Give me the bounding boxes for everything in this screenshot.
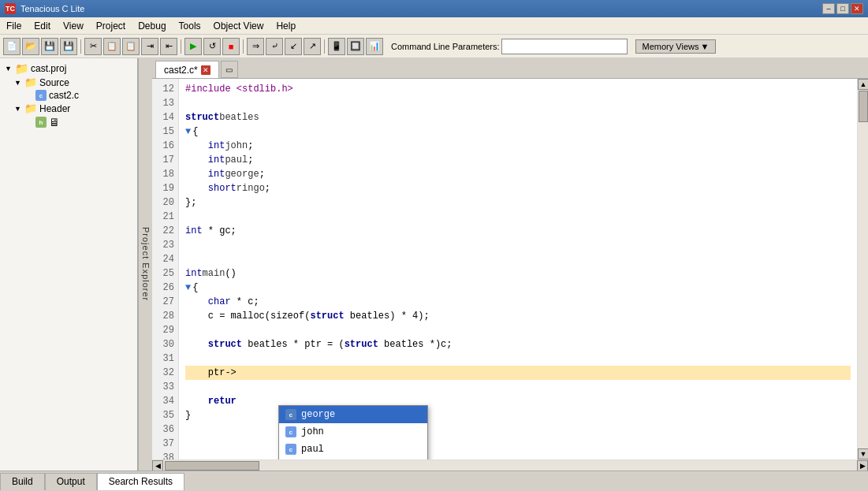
tree-item-source[interactable]: ▼ 📁 Source bbox=[3, 76, 134, 89]
memory-views-button[interactable]: Memory Views ▼ bbox=[635, 39, 717, 54]
run-button[interactable]: ▶ bbox=[184, 38, 202, 55]
vertical-scrollbar[interactable]: ▲ ▼ bbox=[857, 79, 868, 459]
save-all-button[interactable]: 💾 bbox=[60, 38, 77, 55]
code-line-16: int john; bbox=[185, 139, 851, 153]
toolbar-sep-4 bbox=[324, 39, 325, 54]
unindent-button[interactable]: ⇤ bbox=[160, 38, 177, 55]
cmd-input[interactable] bbox=[501, 39, 628, 54]
step-btn3[interactable]: ↙ bbox=[285, 38, 302, 55]
tab-search-results[interactable]: Search Results bbox=[97, 473, 184, 490]
ac-label-george: george bbox=[301, 409, 335, 420]
mem-btn1[interactable]: 📱 bbox=[328, 38, 345, 55]
code-line-32: ptr-> bbox=[185, 366, 851, 380]
tree-item-cast2c[interactable]: c cast2.c bbox=[3, 89, 134, 102]
h-scroll-left-button[interactable]: ◀ bbox=[152, 460, 163, 471]
toolbar: 📄 📂 💾 💾 ✂ 📋 📋 ⇥ ⇤ ▶ ↺ ■ ⇒ ⤶ ↙ ↗ 📱 🔲 📊 Co… bbox=[0, 35, 868, 58]
c-file-icon: c bbox=[35, 90, 47, 101]
ac-item-john[interactable]: c john bbox=[279, 423, 427, 441]
menu-file[interactable]: File bbox=[0, 17, 28, 34]
code-content[interactable]: #include <stdlib.h> struct beatles ▼{ in… bbox=[179, 79, 857, 459]
menu-edit[interactable]: Edit bbox=[28, 17, 57, 34]
code-line-24 bbox=[185, 252, 851, 266]
scroll-up-button[interactable]: ▲ bbox=[858, 79, 868, 90]
source-label: Source bbox=[39, 77, 69, 88]
h-file-icon: h bbox=[35, 117, 47, 128]
code-line-30: struct beatles * ptr = (struct beatles *… bbox=[185, 337, 851, 352]
cut-button[interactable]: ✂ bbox=[84, 38, 102, 55]
cmd-label: Command Line Parameters: bbox=[391, 42, 500, 51]
indent-button[interactable]: ⇥ bbox=[141, 38, 158, 55]
reload-button[interactable]: ↺ bbox=[203, 38, 221, 55]
tab-build[interactable]: Build bbox=[0, 473, 45, 490]
close-button[interactable]: ✕ bbox=[851, 3, 863, 14]
ac-label-john: john bbox=[301, 426, 324, 437]
minimize-button[interactable]: – bbox=[822, 3, 835, 14]
new-button[interactable]: 📄 bbox=[3, 38, 20, 55]
code-line-20: }; bbox=[185, 195, 851, 210]
code-editor[interactable]: 12 13 14 15 16 17 18 19 20 21 22 23 24 2… bbox=[152, 79, 868, 459]
ac-label-paul: paul bbox=[301, 444, 324, 455]
title-bar-text: Tenacious C Lite bbox=[20, 4, 818, 13]
mem-btn3[interactable]: 📊 bbox=[366, 38, 383, 55]
menu-help[interactable]: Help bbox=[270, 17, 302, 34]
tree-item-hfile[interactable]: h 🖥 bbox=[3, 115, 134, 129]
menu-object-view[interactable]: Object View bbox=[207, 17, 270, 34]
main-area: ▼ 📁 cast.proj ▼ 📁 Source c cast2.c ▼ 📁 H… bbox=[0, 58, 868, 471]
mem-btn2[interactable]: 🔲 bbox=[347, 38, 364, 55]
tab-label: cast2.c* bbox=[164, 65, 198, 76]
scroll-down-button[interactable]: ▼ bbox=[858, 448, 868, 459]
new-tab-button[interactable]: ▭ bbox=[221, 61, 238, 78]
save-button[interactable]: 💾 bbox=[41, 38, 58, 55]
scroll-thumb[interactable] bbox=[859, 91, 868, 122]
copy-button[interactable]: 📋 bbox=[103, 38, 121, 55]
code-line-15: ▼{ bbox=[185, 125, 851, 139]
stop-button[interactable]: ■ bbox=[222, 38, 240, 55]
project-explorer: ▼ 📁 cast.proj ▼ 📁 Source c cast2.c ▼ 📁 H… bbox=[0, 58, 137, 471]
scroll-track[interactable] bbox=[858, 90, 868, 448]
code-line-17: int paul; bbox=[185, 153, 851, 167]
code-line-27: char * c; bbox=[185, 295, 851, 309]
code-line-23 bbox=[185, 238, 851, 252]
menu-view[interactable]: View bbox=[57, 17, 90, 34]
tree-item-project[interactable]: ▼ 📁 cast.proj bbox=[3, 61, 134, 76]
toolbar-sep-3 bbox=[243, 39, 244, 54]
title-bar: TC Tenacious C Lite – □ ✕ bbox=[0, 0, 868, 17]
tab-output[interactable]: Output bbox=[45, 473, 97, 490]
code-line-28: c = malloc(sizeof(struct beatles) * 4); bbox=[185, 309, 851, 323]
ac-item-paul[interactable]: c paul bbox=[279, 441, 427, 458]
ac-icon-john: c bbox=[285, 426, 296, 437]
h-scroll-thumb[interactable] bbox=[165, 461, 259, 471]
cast2c-label: cast2.c bbox=[49, 90, 79, 101]
code-line-19: short ringo; bbox=[185, 181, 851, 195]
h-scroll-track[interactable] bbox=[163, 460, 857, 471]
maximize-button[interactable]: □ bbox=[836, 3, 849, 14]
paste-button[interactable]: 📋 bbox=[122, 38, 140, 55]
code-line-29 bbox=[185, 323, 851, 337]
code-line-21 bbox=[185, 210, 851, 224]
h-scroll-right-button[interactable]: ▶ bbox=[857, 460, 868, 471]
autocomplete-dropdown[interactable]: c george c john c paul c ringo bbox=[278, 405, 428, 459]
step-btn4[interactable]: ↗ bbox=[304, 38, 321, 55]
menu-tools[interactable]: Tools bbox=[173, 17, 207, 34]
code-line-31 bbox=[185, 352, 851, 366]
code-line-13 bbox=[185, 96, 851, 110]
toolbar-sep-2 bbox=[181, 39, 181, 54]
open-button[interactable]: 📂 bbox=[22, 38, 39, 55]
step-btn2[interactable]: ⤶ bbox=[266, 38, 283, 55]
tree-item-header[interactable]: ▼ 📁 Header bbox=[3, 102, 134, 115]
tab-bar: cast2.c* ✕ ▭ bbox=[152, 58, 868, 79]
horizontal-scrollbar[interactable]: ◀ ▶ bbox=[152, 459, 868, 471]
ac-item-george[interactable]: c george bbox=[279, 406, 427, 423]
line-numbers: 12 13 14 15 16 17 18 19 20 21 22 23 24 2… bbox=[152, 79, 179, 459]
menu-debug[interactable]: Debug bbox=[132, 17, 172, 34]
tab-cast2c[interactable]: cast2.c* ✕ bbox=[155, 61, 219, 78]
menu-bar: File Edit View Project Debug Tools Objec… bbox=[0, 17, 868, 35]
bottom-panel: Build Output Search Results bbox=[0, 471, 868, 491]
step-btn1[interactable]: ⇒ bbox=[247, 38, 264, 55]
menu-project[interactable]: Project bbox=[90, 17, 132, 34]
ac-item-ringo[interactable]: c ringo bbox=[279, 458, 427, 459]
tab-close-button[interactable]: ✕ bbox=[201, 65, 210, 75]
title-bar-buttons: – □ ✕ bbox=[822, 3, 863, 14]
project-explorer-tab[interactable]: Project Explorer bbox=[138, 58, 152, 471]
sidebar: ▼ 📁 cast.proj ▼ 📁 Source c cast2.c ▼ 📁 H… bbox=[0, 58, 138, 471]
